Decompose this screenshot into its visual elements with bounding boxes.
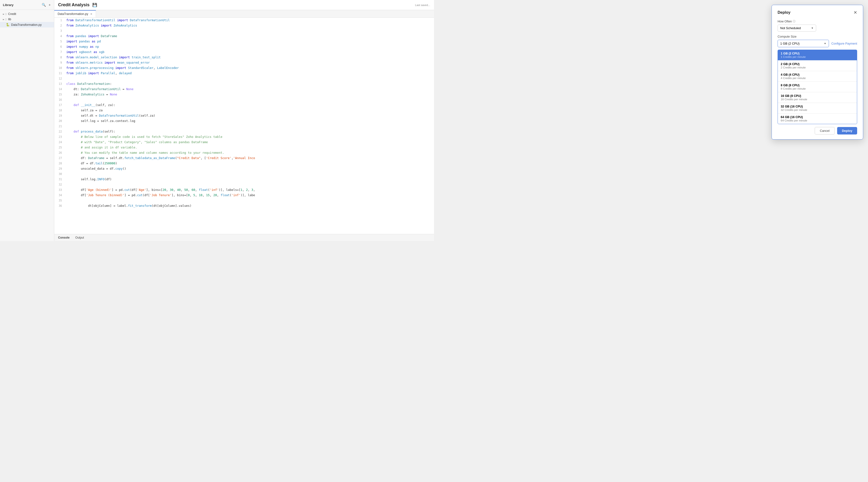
code-line: 12 xyxy=(54,76,434,81)
code-line: 4from pandas import DataFrame xyxy=(54,33,434,39)
sidebar-item-lib[interactable]: ▸ □ lib xyxy=(0,17,54,22)
code-line: 19 self.dt = DataTransformationUtil(self… xyxy=(54,113,434,118)
tab-close-icon[interactable]: ✕ xyxy=(90,12,92,16)
last-saved: Last saved... xyxy=(415,4,430,6)
main-editor-area: Credit Analysis 💾 Last saved... DataTran… xyxy=(54,0,434,241)
code-line: 32 xyxy=(54,182,434,187)
code-line: 8from sklearn.model_selection import tra… xyxy=(54,55,434,60)
folder-icon-lib: ▸ □ xyxy=(3,18,7,21)
code-line: 21 xyxy=(54,124,434,129)
sidebar-item-lib-label: lib xyxy=(8,18,11,21)
code-line: 2from ZohoAnalytics import ZohoAnalytics xyxy=(54,23,434,28)
code-line: 29 unscaled_data = df.copy() xyxy=(54,166,434,171)
sidebar-header: Library 🔍 + xyxy=(0,0,54,10)
page-title: Credit Analysis xyxy=(58,2,89,7)
code-line: 36 dt[objColumn] = label.fit_transform(d… xyxy=(54,203,434,208)
code-line: 22 def process_data(self): xyxy=(54,129,434,134)
sidebar-item-datatransformation[interactable]: 🐍 DataTransformation.py xyxy=(0,22,54,28)
code-line: 31 self.log.INFO(df) xyxy=(54,176,434,182)
code-line: 20 self.log = self.za.context.log xyxy=(54,118,434,124)
file-tree: ▸ □ Credit ▸ □ lib 🐍 DataTransformation.… xyxy=(0,10,54,241)
code-line: 14 dt: DataTransformationUtil = None xyxy=(54,87,434,92)
code-editor[interactable]: 1from DataTransformationUtil import Data… xyxy=(54,18,434,234)
sidebar-item-datatransformation-label: DataTransformation.py xyxy=(11,23,42,27)
tab-console[interactable]: Console xyxy=(57,235,70,240)
code-line: 25 # and assign it in df variable. xyxy=(54,145,434,150)
save-icon[interactable]: 💾 xyxy=(92,3,97,7)
sidebar-actions: 🔍 + xyxy=(41,2,51,7)
code-line: 5import pandas as pd xyxy=(54,39,434,44)
code-line: 11from joblib import Parallel, delayed xyxy=(54,71,434,76)
code-line: 28 df = df.tail(250000) xyxy=(54,161,434,166)
code-line: 16 xyxy=(54,97,434,102)
sidebar-title: Library xyxy=(3,3,13,7)
folder-icon: ▸ □ xyxy=(3,12,7,16)
code-line: 13class DataTransformation: xyxy=(54,81,434,87)
bottom-bar: Console Output xyxy=(54,234,434,241)
code-line: 24 # with "Date", "Product Category", "S… xyxy=(54,139,434,145)
tab-output[interactable]: Output xyxy=(74,235,85,240)
code-line: 17 def __init__(self, za): xyxy=(54,102,434,108)
code-line: 3 xyxy=(54,28,434,33)
sidebar-item-credit[interactable]: ▸ □ Credit xyxy=(0,11,54,17)
code-line: 6import numpy as np xyxy=(54,44,434,50)
sidebar: Library 🔍 + ▸ □ Credit ▸ □ lib 🐍 DataTra… xyxy=(0,0,54,241)
tab-label: DataTransformation.py xyxy=(58,12,88,16)
code-line: 23 # Below line of sample code is used t… xyxy=(54,134,434,139)
code-line: 9from sklearn.metrics import mean_square… xyxy=(54,60,434,65)
code-line: 35 xyxy=(54,198,434,203)
main-header: Credit Analysis 💾 Last saved... xyxy=(54,0,434,10)
code-line: 26 # You can modify the table name and c… xyxy=(54,150,434,155)
code-line: 30 xyxy=(54,171,434,176)
sidebar-item-credit-label: Credit xyxy=(8,12,16,16)
search-icon[interactable]: 🔍 xyxy=(41,2,46,7)
code-line: 15 za: ZohoAnalytics = None xyxy=(54,92,434,97)
code-line: 34 df['Job Tenure (binned)'] = pd.cut(df… xyxy=(54,193,434,198)
code-line: 10from sklearn.preprocessing import Stan… xyxy=(54,65,434,71)
code-line: 7import xgboost as xgb xyxy=(54,50,434,55)
code-line: 18 self.za = za xyxy=(54,108,434,113)
editor-tabs: DataTransformation.py ✕ xyxy=(54,10,434,18)
add-icon[interactable]: + xyxy=(48,2,51,7)
code-line: 1from DataTransformationUtil import Data… xyxy=(54,18,434,23)
python-file-icon: 🐍 xyxy=(6,23,10,27)
tab-datatransformation[interactable]: DataTransformation.py ✕ xyxy=(54,10,96,18)
code-line: 33 df['Age (binned)'] = pd.cut(df['Age']… xyxy=(54,187,434,193)
code-line: 27 df: DataFrame = self.dt.fetch_tableda… xyxy=(54,155,434,161)
